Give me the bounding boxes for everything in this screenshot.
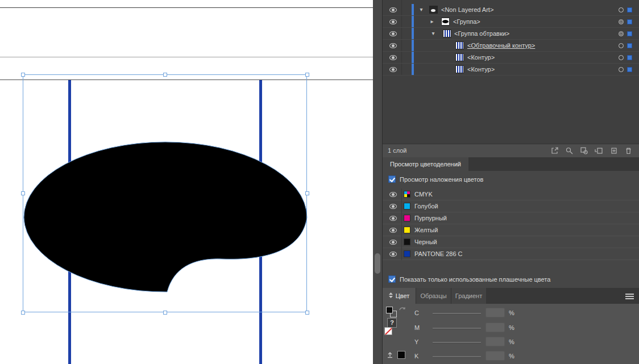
- separation-name: PANTONE 286 C: [414, 250, 463, 257]
- unit-label: %: [509, 309, 514, 316]
- selection-square[interactable]: [627, 43, 632, 48]
- separation-row-cyan[interactable]: Голубой: [383, 200, 639, 212]
- vertical-scrollbar[interactable]: [373, 0, 382, 364]
- selection-handle-top-mid[interactable]: [163, 73, 167, 77]
- selection-handle-mid-left[interactable]: [21, 191, 25, 195]
- used-spot-colors-checkbox[interactable]: [388, 275, 396, 283]
- column-divider: [401, 200, 402, 212]
- value-input[interactable]: [486, 323, 505, 332]
- visibility-eye-icon[interactable]: [389, 55, 397, 60]
- visibility-eye-icon[interactable]: [389, 228, 397, 233]
- layer-thumbnail: [455, 41, 464, 49]
- separation-name: Пурпурный: [414, 215, 447, 221]
- layer-color-bar: [412, 40, 414, 51]
- layer-thumbnail: [441, 18, 450, 26]
- visibility-eye-icon[interactable]: [389, 31, 397, 36]
- selection-handle-mid-right[interactable]: [305, 191, 309, 195]
- layer-row-non-layered-art[interactable]: ▾ <Non Layered Art>: [383, 4, 639, 16]
- separation-row-cmyk[interactable]: CMYK: [383, 189, 639, 200]
- selection-square[interactable]: [627, 67, 632, 72]
- target-circle-icon[interactable]: [619, 67, 624, 72]
- panel-dock: ▾ <Non Layered Art> ▸ <Группа> ▾: [382, 0, 639, 364]
- delete-icon[interactable]: [624, 147, 633, 155]
- layer-row-clipping-path[interactable]: <Обтравочный контур>: [383, 40, 639, 52]
- chevron-down-icon[interactable]: ▾: [430, 30, 437, 37]
- slider-track[interactable]: [433, 356, 481, 358]
- slider-row-k: K %: [383, 351, 639, 362]
- selection-square[interactable]: [627, 55, 632, 60]
- visibility-eye-icon[interactable]: [389, 43, 397, 48]
- layer-color-bar: [412, 16, 414, 27]
- layer-row-clip-group[interactable]: ▾ <Группа обтравки>: [383, 28, 639, 40]
- visibility-eye-icon[interactable]: [389, 204, 397, 209]
- color-swatch: [404, 239, 410, 245]
- chevron-down-icon[interactable]: ▾: [418, 6, 425, 13]
- visibility-eye-icon[interactable]: [389, 240, 397, 245]
- selection-square[interactable]: [627, 7, 632, 12]
- tab-gradient[interactable]: Градиент: [451, 288, 486, 304]
- tab-color[interactable]: Цвет: [383, 288, 416, 304]
- separation-name: Голубой: [414, 203, 438, 210]
- selection-handle-bottom-right[interactable]: [305, 311, 309, 315]
- visibility-eye-icon[interactable]: [389, 19, 397, 24]
- target-circle-icon[interactable]: [619, 31, 624, 36]
- target-circle-icon[interactable]: [619, 55, 624, 60]
- visibility-eye-icon[interactable]: [389, 216, 397, 221]
- layer-count-label: 1 слой: [388, 147, 406, 154]
- unit-label: %: [509, 353, 514, 359]
- layers-status-bar: 1 слой: [383, 144, 639, 157]
- value-input[interactable]: [486, 308, 505, 317]
- target-circle-icon[interactable]: [619, 43, 624, 48]
- value-input[interactable]: [486, 337, 505, 346]
- layer-thumbnail: [443, 30, 451, 37]
- visibility-eye-icon[interactable]: [389, 192, 397, 197]
- tab-separations-preview[interactable]: Просмотр цветоделений: [383, 157, 468, 171]
- locate-object-icon[interactable]: [565, 147, 574, 155]
- chevron-right-icon[interactable]: ▸: [429, 18, 435, 25]
- separation-row-black[interactable]: Черный: [383, 236, 639, 248]
- overprint-preview-checkbox[interactable]: [388, 175, 396, 183]
- layer-thumbnail: [429, 6, 438, 14]
- selection-handle-top-left[interactable]: [21, 73, 25, 77]
- visibility-eye-icon[interactable]: [389, 67, 397, 72]
- clipping-mask-icon[interactable]: [580, 147, 588, 155]
- color-swatch: [404, 203, 410, 210]
- tab-swatches[interactable]: Образцы: [416, 288, 451, 304]
- visibility-eye-icon[interactable]: [389, 252, 397, 257]
- selection-handle-bottom-mid[interactable]: [163, 311, 167, 315]
- separations-panel: Просмотр наложения цветов CMYK Голубой: [383, 171, 639, 288]
- separations-tab-strip: Просмотр цветоделений: [383, 157, 639, 171]
- separation-row-magenta[interactable]: Пурпурный: [383, 212, 639, 224]
- separation-name: CMYK: [414, 191, 433, 198]
- visibility-eye-icon[interactable]: [389, 7, 397, 12]
- slider-track[interactable]: [433, 342, 481, 344]
- panel-menu-icon[interactable]: [625, 294, 634, 299]
- new-layer-icon[interactable]: [609, 147, 618, 155]
- separation-name: Желтый: [414, 227, 438, 233]
- cmyk-quadrant: [407, 194, 410, 197]
- color-tab-strip: Цвет Образцы Градиент: [383, 288, 639, 304]
- layer-row-path-1[interactable]: <Контур>: [383, 52, 639, 64]
- scrollbar-thumb[interactable]: [375, 253, 380, 274]
- layer-row-group[interactable]: ▸ <Группа>: [383, 16, 639, 28]
- target-circle-icon[interactable]: [619, 19, 624, 24]
- collect-for-export-icon[interactable]: [550, 147, 559, 155]
- artboard-canvas[interactable]: [0, 0, 373, 364]
- app-window: ▾ <Non Layered Art> ▸ <Группа> ▾: [0, 0, 639, 364]
- column-divider: [401, 224, 402, 236]
- channel-label: M: [414, 324, 420, 331]
- separation-row-yellow[interactable]: Желтый: [383, 224, 639, 236]
- used-spot-colors-label: Показать только использованные плашечные…: [400, 276, 550, 283]
- selection-square[interactable]: [627, 19, 632, 24]
- slider-track[interactable]: [433, 328, 481, 329]
- target-circle-icon[interactable]: [619, 7, 624, 12]
- separation-row-pantone-286[interactable]: PANTONE 286 C: [383, 248, 639, 260]
- layer-row-path-2[interactable]: <Контур>: [383, 64, 639, 76]
- selection-handle-bottom-left[interactable]: [21, 311, 25, 315]
- selection-handle-top-right[interactable]: [305, 73, 309, 77]
- selection-square[interactable]: [627, 31, 632, 36]
- slider-track[interactable]: [433, 313, 481, 315]
- column-divider: [401, 248, 402, 260]
- value-input[interactable]: [486, 351, 505, 361]
- new-sublayer-icon[interactable]: [595, 147, 603, 155]
